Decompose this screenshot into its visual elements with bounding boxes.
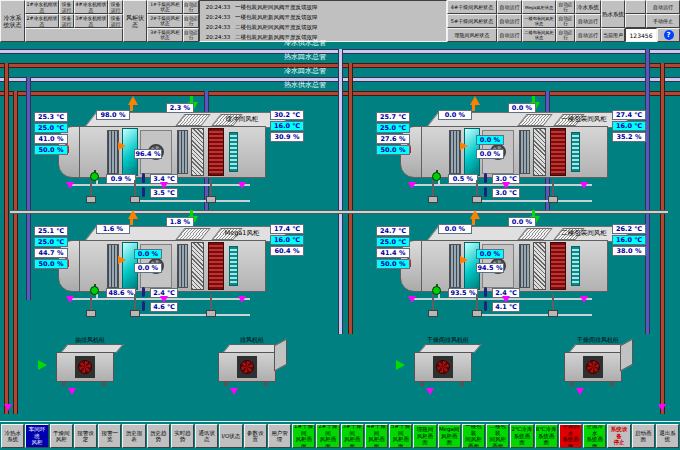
value-box: 24.7 ℃ xyxy=(376,226,410,236)
airflow-arrow-icon xyxy=(460,142,468,150)
chiller-status-button[interactable]: 1#冷水机组状态 xyxy=(25,0,59,14)
toolbar-button[interactable]: 一楼包装 间风柜画面 xyxy=(462,424,485,448)
exhaust-air-arrow-stem-icon xyxy=(130,105,133,111)
toolbar-button[interactable]: 历史报表 xyxy=(122,424,145,448)
toolbar-button[interactable]: 空调冷水 系统画面 xyxy=(583,424,606,448)
setpoint-box[interactable]: 50.0 % xyxy=(376,259,410,269)
ahu-status-button[interactable]: 3#干燥间风柜状态 xyxy=(147,28,183,42)
setpoint-box[interactable]: 25.0 ℃ xyxy=(34,237,68,247)
ahu-body[interactable] xyxy=(418,126,608,178)
ahu-status-button[interactable]: 理瓶间风柜状态 xyxy=(447,28,497,42)
alarm-text: 一楼包装风柜回风阀开度反馈故障 xyxy=(235,4,445,11)
ahu-body[interactable] xyxy=(76,240,266,292)
ahu-cluster: 1.6 %1.8 %Mega1风柜25.1 ℃25.0 ℃44.7 %50.0 … xyxy=(30,214,330,326)
thermometer-icon xyxy=(484,301,487,311)
airflow-arrow-icon xyxy=(118,256,126,264)
alarm-row[interactable]: 20:24:33一楼包装风柜新风阀开度反馈故障 xyxy=(201,12,445,22)
toolbar-button[interactable]: 实时趋势 xyxy=(171,424,194,448)
current-user-value[interactable]: 123456 xyxy=(625,28,657,42)
valve-position-value: 48.6 % xyxy=(106,288,136,298)
setpoint-box[interactable]: 25.0 ℃ xyxy=(376,237,410,247)
damper-motor-icon xyxy=(428,196,438,203)
setpoint-box[interactable]: 16.0 ℃ xyxy=(270,121,304,131)
exhaust-air-arrow-icon xyxy=(470,96,480,105)
toolbar-button[interactable]: 报警一览 xyxy=(98,424,121,448)
chiller-status-button[interactable]: 2#冷水机组状态 xyxy=(25,14,59,28)
setpoint-box[interactable]: 25.0 ℃ xyxy=(34,123,68,133)
toolbar-button[interactable]: 二楼包装 间风柜画面 xyxy=(486,424,509,448)
ahu-status-button[interactable]: 2#干燥间风柜状态 xyxy=(147,14,183,28)
filter-panel-icon xyxy=(533,242,546,290)
toolbar-button[interactable]: 2℃冷库 系统画面 xyxy=(510,424,533,448)
branch-pipe xyxy=(482,314,592,316)
ahu-status-button[interactable]: 1#干燥间风柜状态 xyxy=(147,0,183,14)
water-temp-value: 4.1 ℃ xyxy=(492,302,520,312)
toolbar-button[interactable]: 8℃冷库 系统画面 xyxy=(535,424,558,448)
ahu-body[interactable] xyxy=(418,240,608,292)
toolbar-button[interactable]: 4#干燥间 风柜画面 xyxy=(365,424,388,448)
plant-diagram: 冷水供水总管 热水回水总管 冷水回水总管 热水供水总管 98.0 %2.3 %缓… xyxy=(0,42,680,421)
damper-opening-value: 0.0 % xyxy=(508,217,536,227)
thermometer-icon xyxy=(484,173,487,183)
toolbar-button[interactable]: I/O状态 xyxy=(219,424,242,448)
chiller-group-label: 冷水系统状态 xyxy=(0,0,25,42)
help-icon[interactable]: ? xyxy=(664,30,674,40)
ahu-cluster: 0.0 %0.0 %一楼包装间风柜25.7 ℃25.0 ℃27.6 %50.0 … xyxy=(372,100,672,212)
toolbar-button[interactable]: 冷热水 系统 xyxy=(1,424,24,448)
help-cell: ? xyxy=(657,28,680,42)
damper-opening-value: 0.0 % xyxy=(476,135,504,145)
exhaust-fan-unit[interactable]: 干燥间排风机组 xyxy=(408,336,488,402)
toolbar-button[interactable]: 退出系统 xyxy=(656,424,679,448)
setpoint-box[interactable]: 16.0 ℃ xyxy=(612,121,646,131)
exhaust-fan-unit[interactable]: 干燥间排风机组 xyxy=(558,336,638,402)
spacer-cell xyxy=(25,28,123,42)
ahu-status-button[interactable]: 一楼包装间风柜状态 xyxy=(522,14,556,28)
damper-motor-icon xyxy=(472,196,482,203)
toolbar-button[interactable]: 空调热水 系统画面 xyxy=(559,424,582,448)
hot-system-state[interactable]: 手动停止 xyxy=(646,14,680,28)
setpoint-box[interactable]: 16.0 ℃ xyxy=(612,235,646,245)
alarm-row[interactable]: 20:24:33二楼包装风柜回风阀开度反馈故障 xyxy=(201,22,445,32)
ahu-status-button[interactable]: 5#干燥间风柜状态 xyxy=(447,14,497,28)
toolbar-button[interactable]: 系统设备 停止 xyxy=(607,424,630,448)
toolbar-button[interactable]: 用户管理 xyxy=(268,424,291,448)
toolbar-button[interactable]: 报警设定 xyxy=(74,424,97,448)
chiller-status-button[interactable]: 3#冷水机组状态 xyxy=(74,14,108,28)
alarm-row[interactable]: 20:24:33一楼包装风柜回风阀开度反馈故障 xyxy=(201,2,445,12)
ahu-body[interactable] xyxy=(76,126,266,178)
chilled-system-state[interactable]: 自动运行 xyxy=(575,14,601,28)
toolbar-button[interactable]: 车间环境 风柜 xyxy=(25,424,48,448)
exhaust-fan-unit[interactable]: 排风机组 xyxy=(212,336,292,402)
airflow-arrow-icon xyxy=(66,296,74,303)
toolbar-button[interactable]: 3#干燥间 风柜画面 xyxy=(341,424,364,448)
setpoint-box[interactable]: 50.0 % xyxy=(34,145,68,155)
toolbar-button[interactable]: 5#干燥间 风柜画面 xyxy=(389,424,412,448)
airflow-arrow-icon xyxy=(426,388,434,395)
branch-pipe xyxy=(482,200,592,202)
value-box: 30.2 ℃ xyxy=(270,110,304,120)
toolbar-button[interactable]: Mega间 风柜画面 xyxy=(438,424,461,448)
outlet-coil-icon xyxy=(229,132,238,172)
toolbar-button[interactable]: 理瓶间 风柜画面 xyxy=(413,424,436,448)
setpoint-box[interactable]: 16.0 ℃ xyxy=(270,235,304,245)
ahu-status-button[interactable]: 4#干燥间风柜状态 xyxy=(447,0,497,14)
toolbar-button[interactable]: 参数设置 xyxy=(244,424,267,448)
hot-riser-left-2 xyxy=(13,91,18,414)
hot-system-state[interactable]: 自动运行 xyxy=(646,0,680,14)
damper-opening-value: 2.3 % xyxy=(166,103,194,113)
ahu-status-button[interactable]: 二楼包装间风柜状态 xyxy=(522,28,556,42)
toolbar-button[interactable]: 干燥间 风柜 xyxy=(50,424,73,448)
toolbar-button[interactable]: 历史趋势 xyxy=(147,424,170,448)
toolbar-button[interactable]: 启动画面 xyxy=(632,424,655,448)
damper-opening-value: 94.5 % xyxy=(476,263,504,273)
toolbar-button[interactable]: 1#干燥间 风柜画面 xyxy=(292,424,315,448)
ahu-status-button[interactable]: Mega风柜状态 xyxy=(522,0,556,14)
toolbar-button[interactable]: 通讯状态 xyxy=(195,424,218,448)
chilled-system-state[interactable]: 自动运行 xyxy=(575,28,601,42)
toolbar-button[interactable]: 2#干燥间 风柜画面 xyxy=(316,424,339,448)
chiller-status-button[interactable]: 4#冷水机组状态 xyxy=(74,0,108,14)
setpoint-box[interactable]: 25.0 ℃ xyxy=(376,123,410,133)
exhaust-fan-unit[interactable]: 抽排风机组 xyxy=(50,336,130,402)
setpoint-box[interactable]: 50.0 % xyxy=(376,145,410,155)
setpoint-box[interactable]: 50.0 % xyxy=(34,259,68,269)
